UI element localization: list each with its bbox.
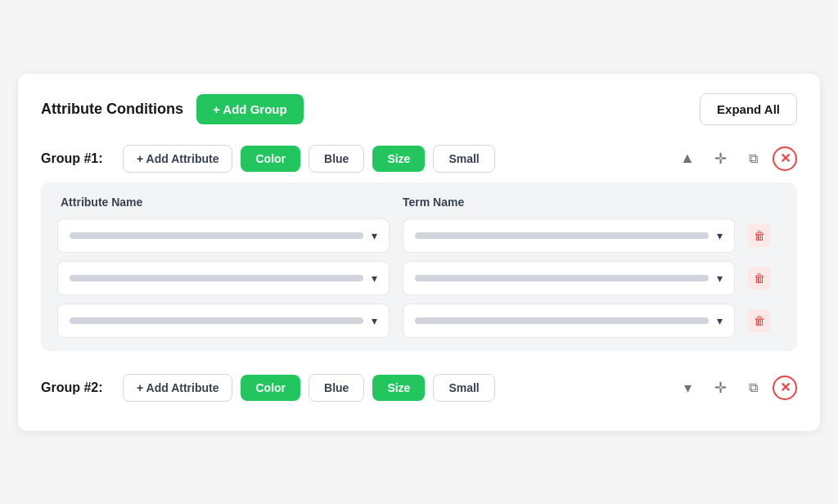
group1-row: Group #1: + Add Attribute Color Blue Siz… <box>41 145 797 173</box>
select-line <box>415 275 709 281</box>
delete-row-1-button[interactable]: 🗑 <box>748 224 771 247</box>
group2-tag-size[interactable]: Size <box>372 375 425 401</box>
term-select-1[interactable]: ▾ <box>403 218 735 253</box>
group2-add-attribute-button[interactable]: + Add Attribute <box>123 374 232 402</box>
attribute-select-2[interactable]: ▾ <box>57 261 390 295</box>
dropdown-chevron-icon: ▾ <box>717 272 723 285</box>
table-row: ▾ ▾ 🗑 <box>57 304 781 338</box>
select-line <box>70 317 363 324</box>
add-group-button[interactable]: + Add Group <box>196 94 304 124</box>
col-attribute-name: Attribute Name <box>61 196 390 209</box>
delete-row-3-button[interactable]: 🗑 <box>748 309 771 332</box>
table-row: ▾ ▾ 🗑 <box>57 261 781 295</box>
dropdown-chevron-icon: ▾ <box>717 229 723 242</box>
select-line <box>415 232 709 239</box>
main-container: Attribute Conditions + Add Group Expand … <box>18 74 820 431</box>
expand-all-button[interactable]: Expand All <box>700 93 797 125</box>
term-select-3[interactable]: ▾ <box>403 304 735 338</box>
group1-actions: ▲ ✛ ⧉ ✕ <box>674 146 797 172</box>
table-rows: ▾ ▾ 🗑 ▾ ▾ 🗑 <box>57 218 781 338</box>
group2-tag-small[interactable]: Small <box>433 374 494 402</box>
table-row: ▾ ▾ 🗑 <box>57 218 781 253</box>
attribute-select-1[interactable]: ▾ <box>57 218 390 253</box>
select-line <box>415 317 709 324</box>
group1-tag-size[interactable]: Size <box>372 146 425 172</box>
term-select-2[interactable]: ▾ <box>403 261 735 295</box>
attribute-select-3[interactable]: ▾ <box>57 304 390 338</box>
group1-remove-icon[interactable]: ✕ <box>773 146 797 171</box>
dropdown-chevron-icon: ▾ <box>372 272 377 285</box>
col-term-name: Term Name <box>403 196 732 209</box>
header-row: Attribute Conditions + Add Group Expand … <box>41 93 797 125</box>
group1-label: Group #1: <box>41 151 115 166</box>
group1-tag-small[interactable]: Small <box>433 145 494 173</box>
group1-copy-icon[interactable]: ⧉ <box>740 146 766 172</box>
dropdown-chevron-icon: ▾ <box>372 229 377 242</box>
group2-tag-blue[interactable]: Blue <box>309 374 364 402</box>
table-header: Attribute Name Term Name <box>57 196 781 209</box>
dropdown-chevron-icon: ▾ <box>717 314 723 327</box>
group2-label: Group #2: <box>41 380 115 395</box>
group2-actions: ▾ ✛ ⧉ ✕ <box>674 375 797 401</box>
group1-table: Attribute Name Term Name ▾ ▾ 🗑 <box>41 182 797 351</box>
group1-move-icon[interactable]: ✛ <box>707 146 733 172</box>
dropdown-chevron-icon: ▾ <box>372 314 377 327</box>
page-title: Attribute Conditions <box>41 101 183 118</box>
header-left: Attribute Conditions + Add Group <box>41 94 304 124</box>
group1-add-attribute-button[interactable]: + Add Attribute <box>123 145 232 173</box>
select-line <box>70 232 363 239</box>
group2-tag-color[interactable]: Color <box>241 375 300 401</box>
group2-expand-icon[interactable]: ▾ <box>674 375 701 401</box>
group1-tag-color[interactable]: Color <box>241 146 300 172</box>
delete-row-2-button[interactable]: 🗑 <box>748 267 771 290</box>
group2-remove-icon[interactable]: ✕ <box>773 376 797 400</box>
group2-copy-icon[interactable]: ⧉ <box>740 375 766 401</box>
select-line <box>70 275 363 281</box>
group1-tag-blue[interactable]: Blue <box>309 145 364 173</box>
group1-collapse-icon[interactable]: ▲ <box>674 146 701 172</box>
group2-move-icon[interactable]: ✛ <box>707 375 733 401</box>
group2-row: Group #2: + Add Attribute Color Blue Siz… <box>41 374 797 402</box>
